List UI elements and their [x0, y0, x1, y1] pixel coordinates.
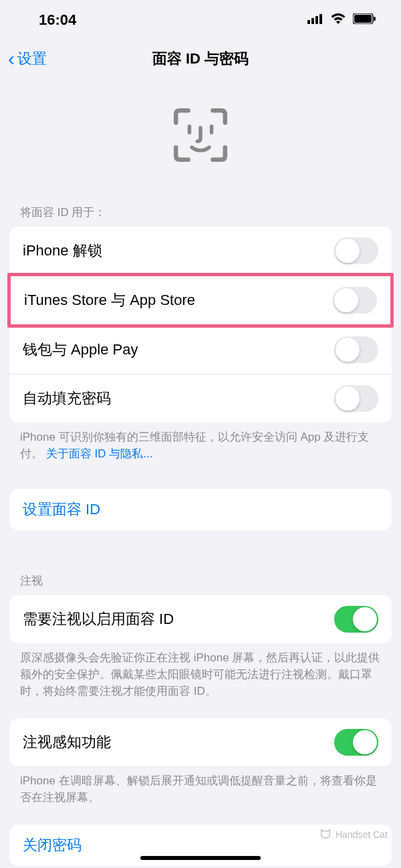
- wifi-icon: [330, 13, 346, 27]
- svg-rect-1: [311, 18, 314, 24]
- cellular-icon: [307, 13, 323, 27]
- row-label: iTunes Store 与 App Store: [24, 290, 195, 310]
- page-title: 面容 ID 与密码: [0, 49, 401, 69]
- row-label: 关闭密码: [23, 835, 82, 855]
- highlight-itunes: iTunes Store 与 App Store: [7, 273, 394, 328]
- row-label: 注视感知功能: [23, 732, 111, 752]
- status-bar: 16:04: [0, 0, 401, 40]
- switch-wallet-applepay[interactable]: [334, 336, 378, 363]
- row-label: 需要注视以启用面容 ID: [23, 609, 174, 629]
- list-usefor: iPhone 解锁: [9, 227, 392, 275]
- list-attention-aware: 注视感知功能: [9, 718, 392, 766]
- row-iphone-unlock[interactable]: iPhone 解锁: [9, 227, 392, 275]
- home-indicator[interactable]: [140, 856, 261, 860]
- section-header-attention: 注视: [0, 557, 401, 595]
- section-footer-usefor: iPhone 可识别你独有的三维面部特征，以允许安全访问 App 及进行支付。 …: [0, 423, 401, 462]
- svg-rect-0: [307, 20, 310, 24]
- switch-require-attention[interactable]: [334, 606, 378, 633]
- list-setup: 设置面容 ID: [9, 489, 392, 530]
- row-label: iPhone 解锁: [23, 241, 102, 261]
- watermark: Handset Cat: [319, 827, 388, 841]
- status-icons: [307, 13, 376, 27]
- row-setup-faceid[interactable]: 设置面容 ID: [9, 489, 392, 530]
- back-button[interactable]: ‹ 设置: [0, 49, 47, 69]
- back-label: 设置: [17, 49, 47, 69]
- switch-itunes-appstore[interactable]: [333, 287, 377, 314]
- row-label: 钱包与 Apple Pay: [23, 340, 138, 360]
- row-require-attention[interactable]: 需要注视以启用面容 ID: [9, 595, 392, 643]
- row-label: 设置面容 ID: [23, 500, 100, 520]
- cat-icon: [319, 827, 331, 841]
- nav-bar: ‹ 设置 面容 ID 与密码: [0, 40, 401, 78]
- switch-autofill-password[interactable]: [334, 385, 378, 412]
- chevron-left-icon: ‹: [8, 49, 15, 69]
- svg-rect-3: [319, 14, 322, 24]
- row-label: 自动填充密码: [23, 389, 111, 409]
- row-itunes-appstore[interactable]: iTunes Store 与 App Store: [11, 276, 390, 324]
- privacy-link[interactable]: 关于面容 ID 与隐私...: [46, 447, 153, 460]
- list-usefor-cont: 钱包与 Apple Pay 自动填充密码: [9, 326, 392, 423]
- row-autofill-password[interactable]: 自动填充密码: [9, 374, 392, 423]
- list-attention: 需要注视以启用面容 ID: [9, 595, 392, 643]
- svg-rect-2: [315, 16, 318, 24]
- row-attention-aware[interactable]: 注视感知功能: [9, 718, 392, 766]
- faceid-icon: [170, 104, 231, 169]
- section-header-usefor: 将面容 ID 用于：: [0, 189, 401, 227]
- switch-iphone-unlock[interactable]: [334, 237, 378, 264]
- faceid-hero: [0, 78, 401, 189]
- status-time: 16:04: [39, 11, 76, 29]
- section-footer-attention1: 原深感摄像头会先验证你正在注视 iPhone 屏幕，然后再认证，以此提供额外的安…: [0, 643, 401, 699]
- battery-icon: [353, 13, 376, 27]
- svg-rect-5: [354, 15, 372, 23]
- switch-attention-aware[interactable]: [334, 729, 378, 756]
- svg-rect-6: [374, 17, 376, 21]
- section-footer-attention2: iPhone 在调暗屏幕、解锁后展开通知或调低提醒音量之前，将查看你是否在注视屏…: [0, 766, 401, 806]
- row-wallet-applepay[interactable]: 钱包与 Apple Pay: [9, 326, 392, 374]
